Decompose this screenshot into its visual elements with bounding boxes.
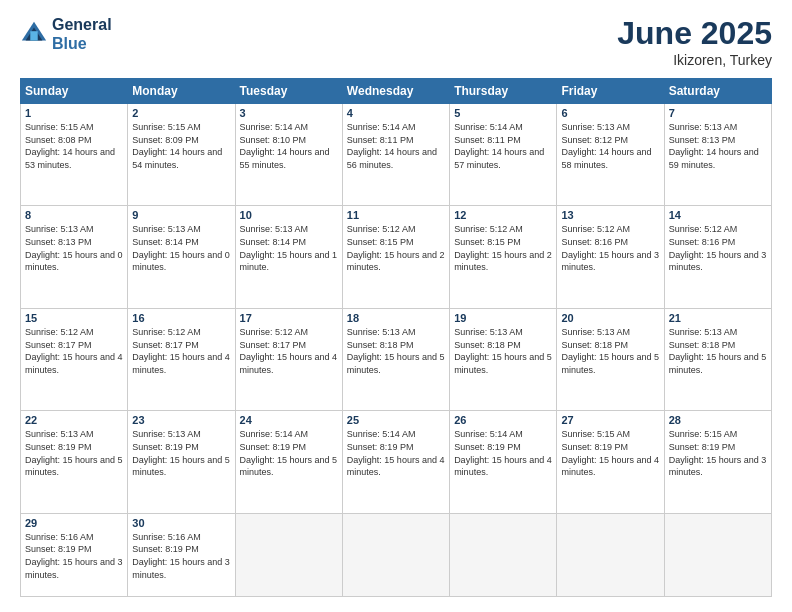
day-info: Sunrise: 5:14 AMSunset: 8:19 PMDaylight:… — [454, 428, 552, 478]
day-info: Sunrise: 5:13 AMSunset: 8:13 PMDaylight:… — [669, 121, 767, 171]
day-info: Sunrise: 5:12 AMSunset: 8:16 PMDaylight:… — [561, 223, 659, 273]
day-info: Sunrise: 5:13 AMSunset: 8:18 PMDaylight:… — [561, 326, 659, 376]
day-info: Sunrise: 5:13 AMSunset: 8:12 PMDaylight:… — [561, 121, 659, 171]
day-info: Sunrise: 5:13 AMSunset: 8:18 PMDaylight:… — [347, 326, 445, 376]
day-number: 24 — [240, 414, 338, 426]
header: General Blue June 2025 Ikizoren, Turkey — [20, 15, 772, 68]
calendar-cell: 19Sunrise: 5:13 AMSunset: 8:18 PMDayligh… — [450, 308, 557, 410]
day-info: Sunrise: 5:12 AMSunset: 8:15 PMDaylight:… — [347, 223, 445, 273]
calendar-cell: 10Sunrise: 5:13 AMSunset: 8:14 PMDayligh… — [235, 206, 342, 308]
day-number: 27 — [561, 414, 659, 426]
day-info: Sunrise: 5:14 AMSunset: 8:19 PMDaylight:… — [347, 428, 445, 478]
calendar-cell: 21Sunrise: 5:13 AMSunset: 8:18 PMDayligh… — [664, 308, 771, 410]
th-monday: Monday — [128, 79, 235, 104]
calendar-cell: 18Sunrise: 5:13 AMSunset: 8:18 PMDayligh… — [342, 308, 449, 410]
calendar-cell: 3Sunrise: 5:14 AMSunset: 8:10 PMDaylight… — [235, 104, 342, 206]
calendar-cell — [342, 513, 449, 596]
day-number: 19 — [454, 312, 552, 324]
day-number: 2 — [132, 107, 230, 119]
month-title: June 2025 — [617, 15, 772, 52]
calendar-cell: 2Sunrise: 5:15 AMSunset: 8:09 PMDaylight… — [128, 104, 235, 206]
calendar-cell: 24Sunrise: 5:14 AMSunset: 8:19 PMDayligh… — [235, 411, 342, 513]
title-block: June 2025 Ikizoren, Turkey — [617, 15, 772, 68]
day-info: Sunrise: 5:12 AMSunset: 8:16 PMDaylight:… — [669, 223, 767, 273]
day-number: 12 — [454, 209, 552, 221]
logo-icon — [20, 20, 48, 48]
day-number: 10 — [240, 209, 338, 221]
calendar-cell: 13Sunrise: 5:12 AMSunset: 8:16 PMDayligh… — [557, 206, 664, 308]
day-info: Sunrise: 5:14 AMSunset: 8:19 PMDaylight:… — [240, 428, 338, 478]
th-saturday: Saturday — [664, 79, 771, 104]
th-thursday: Thursday — [450, 79, 557, 104]
day-number: 14 — [669, 209, 767, 221]
calendar-cell: 16Sunrise: 5:12 AMSunset: 8:17 PMDayligh… — [128, 308, 235, 410]
day-number: 21 — [669, 312, 767, 324]
weekday-header-row: Sunday Monday Tuesday Wednesday Thursday… — [21, 79, 772, 104]
th-sunday: Sunday — [21, 79, 128, 104]
calendar-cell: 4Sunrise: 5:14 AMSunset: 8:11 PMDaylight… — [342, 104, 449, 206]
calendar-cell: 17Sunrise: 5:12 AMSunset: 8:17 PMDayligh… — [235, 308, 342, 410]
day-info: Sunrise: 5:12 AMSunset: 8:15 PMDaylight:… — [454, 223, 552, 273]
day-info: Sunrise: 5:13 AMSunset: 8:19 PMDaylight:… — [132, 428, 230, 478]
day-info: Sunrise: 5:13 AMSunset: 8:18 PMDaylight:… — [454, 326, 552, 376]
day-info: Sunrise: 5:13 AMSunset: 8:14 PMDaylight:… — [240, 223, 338, 273]
calendar-cell: 5Sunrise: 5:14 AMSunset: 8:11 PMDaylight… — [450, 104, 557, 206]
day-info: Sunrise: 5:12 AMSunset: 8:17 PMDaylight:… — [240, 326, 338, 376]
day-number: 3 — [240, 107, 338, 119]
calendar-cell — [450, 513, 557, 596]
calendar-cell: 14Sunrise: 5:12 AMSunset: 8:16 PMDayligh… — [664, 206, 771, 308]
day-number: 25 — [347, 414, 445, 426]
calendar-cell: 29Sunrise: 5:16 AMSunset: 8:19 PMDayligh… — [21, 513, 128, 596]
day-number: 17 — [240, 312, 338, 324]
calendar-cell: 15Sunrise: 5:12 AMSunset: 8:17 PMDayligh… — [21, 308, 128, 410]
day-number: 13 — [561, 209, 659, 221]
th-wednesday: Wednesday — [342, 79, 449, 104]
day-info: Sunrise: 5:13 AMSunset: 8:13 PMDaylight:… — [25, 223, 123, 273]
day-number: 11 — [347, 209, 445, 221]
calendar-cell: 8Sunrise: 5:13 AMSunset: 8:13 PMDaylight… — [21, 206, 128, 308]
day-number: 16 — [132, 312, 230, 324]
day-info: Sunrise: 5:14 AMSunset: 8:11 PMDaylight:… — [454, 121, 552, 171]
th-tuesday: Tuesday — [235, 79, 342, 104]
logo: General Blue — [20, 15, 112, 53]
day-number: 6 — [561, 107, 659, 119]
calendar-cell: 9Sunrise: 5:13 AMSunset: 8:14 PMDaylight… — [128, 206, 235, 308]
day-number: 1 — [25, 107, 123, 119]
calendar-cell: 1Sunrise: 5:15 AMSunset: 8:08 PMDaylight… — [21, 104, 128, 206]
day-info: Sunrise: 5:13 AMSunset: 8:14 PMDaylight:… — [132, 223, 230, 273]
day-number: 15 — [25, 312, 123, 324]
day-number: 28 — [669, 414, 767, 426]
day-number: 18 — [347, 312, 445, 324]
page: General Blue June 2025 Ikizoren, Turkey … — [0, 0, 792, 612]
calendar-cell: 26Sunrise: 5:14 AMSunset: 8:19 PMDayligh… — [450, 411, 557, 513]
calendar-cell: 20Sunrise: 5:13 AMSunset: 8:18 PMDayligh… — [557, 308, 664, 410]
day-info: Sunrise: 5:14 AMSunset: 8:10 PMDaylight:… — [240, 121, 338, 171]
day-number: 4 — [347, 107, 445, 119]
calendar-cell: 27Sunrise: 5:15 AMSunset: 8:19 PMDayligh… — [557, 411, 664, 513]
day-info: Sunrise: 5:16 AMSunset: 8:19 PMDaylight:… — [132, 531, 230, 581]
svg-rect-2 — [30, 31, 37, 40]
calendar-table: Sunday Monday Tuesday Wednesday Thursday… — [20, 78, 772, 597]
calendar-cell: 7Sunrise: 5:13 AMSunset: 8:13 PMDaylight… — [664, 104, 771, 206]
day-number: 23 — [132, 414, 230, 426]
calendar-cell — [557, 513, 664, 596]
calendar-cell: 11Sunrise: 5:12 AMSunset: 8:15 PMDayligh… — [342, 206, 449, 308]
day-number: 20 — [561, 312, 659, 324]
calendar-cell: 30Sunrise: 5:16 AMSunset: 8:19 PMDayligh… — [128, 513, 235, 596]
logo-text: General Blue — [52, 15, 112, 53]
day-info: Sunrise: 5:15 AMSunset: 8:19 PMDaylight:… — [561, 428, 659, 478]
day-info: Sunrise: 5:13 AMSunset: 8:18 PMDaylight:… — [669, 326, 767, 376]
day-number: 5 — [454, 107, 552, 119]
day-number: 26 — [454, 414, 552, 426]
calendar-cell — [235, 513, 342, 596]
day-info: Sunrise: 5:15 AMSunset: 8:19 PMDaylight:… — [669, 428, 767, 478]
calendar-cell: 25Sunrise: 5:14 AMSunset: 8:19 PMDayligh… — [342, 411, 449, 513]
day-number: 8 — [25, 209, 123, 221]
day-info: Sunrise: 5:16 AMSunset: 8:19 PMDaylight:… — [25, 531, 123, 581]
calendar-cell: 6Sunrise: 5:13 AMSunset: 8:12 PMDaylight… — [557, 104, 664, 206]
calendar-cell: 22Sunrise: 5:13 AMSunset: 8:19 PMDayligh… — [21, 411, 128, 513]
th-friday: Friday — [557, 79, 664, 104]
day-number: 7 — [669, 107, 767, 119]
location-subtitle: Ikizoren, Turkey — [617, 52, 772, 68]
calendar-cell: 12Sunrise: 5:12 AMSunset: 8:15 PMDayligh… — [450, 206, 557, 308]
